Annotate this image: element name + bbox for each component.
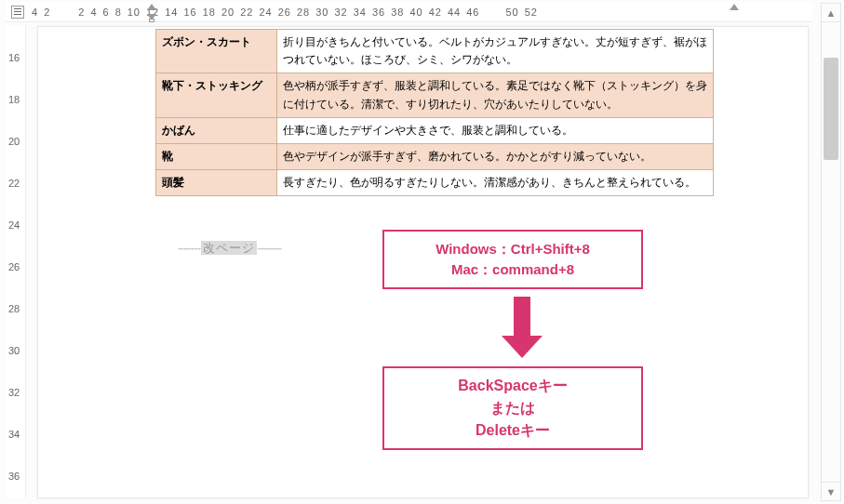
pagebreak-dots: ················ xyxy=(257,241,281,255)
vertical-ruler[interactable]: 16 18 20 22 24 26 28 30 32 34 36 xyxy=(6,26,26,498)
ruler-tick: 24 xyxy=(260,7,273,18)
ruler-tick: 46 xyxy=(466,7,479,18)
callout-line: Deleteキー xyxy=(476,419,550,442)
ruler-tick: 2 xyxy=(78,7,85,18)
horizontal-ruler[interactable]: 4 2 2 4 6 8 10 12 14 16 18 20 22 24 26 2… xyxy=(6,2,812,22)
table-row[interactable]: ズボン・スカート 折り目がきちんと付いている。ベルトがカジュアルすぎない。丈が短… xyxy=(156,30,714,73)
table-row[interactable]: 靴下・ストッキング 色や柄が派手すぎず、服装と調和している。素足ではなく靴下（ス… xyxy=(156,73,714,117)
ruler-tick: 22 xyxy=(8,178,20,189)
row-content[interactable]: 折り目がきちんと付いている。ベルトがカジュアルすぎない。丈が短すぎず、裾がほつれ… xyxy=(277,30,714,73)
table-row[interactable]: かばん 仕事に適したデザインや大きさで、服装と調和している。 xyxy=(156,117,714,143)
ruler-tick: 18 xyxy=(8,94,20,105)
ruler-tick: 30 xyxy=(315,7,328,18)
table-row[interactable]: 靴 色やデザインが派手すぎず、磨かれている。かかとがすり減っていない。 xyxy=(156,143,714,169)
dress-code-table[interactable]: ズボン・スカート 折り目がきちんと付いている。ベルトがカジュアルすぎない。丈が短… xyxy=(155,29,714,196)
indent-right-marker[interactable] xyxy=(730,4,739,10)
pagebreak-label[interactable]: 改ページ xyxy=(201,241,257,255)
ruler-tick: 26 xyxy=(8,261,20,272)
ruler-tick: 32 xyxy=(335,7,348,18)
scroll-down-button[interactable]: ▼ xyxy=(822,482,840,500)
arrow-down-icon xyxy=(502,297,543,358)
ruler-tick: 30 xyxy=(8,345,20,356)
indent-left-marker[interactable] xyxy=(149,19,154,22)
ruler-tick: 52 xyxy=(525,7,538,18)
scroll-thumb[interactable] xyxy=(824,58,838,160)
pagebreak-dots: ················ xyxy=(177,241,201,255)
ruler-tick: 24 xyxy=(8,219,20,231)
ruler-tick: 4 xyxy=(32,7,38,18)
row-header[interactable]: かばん xyxy=(156,117,277,143)
row-content[interactable]: 仕事に適したデザインや大きさで、服装と調和している。 xyxy=(277,117,714,143)
ruler-tick: 26 xyxy=(278,7,291,18)
vertical-scrollbar[interactable]: ▲ ▼ xyxy=(821,3,841,501)
ruler-tick: 2 xyxy=(44,7,50,18)
row-header[interactable]: 頭髪 xyxy=(156,170,277,196)
ruler-tick: 40 xyxy=(410,7,423,18)
row-content[interactable]: 色やデザインが派手すぎず、磨かれている。かかとがすり減っていない。 xyxy=(277,143,714,169)
ruler-tick: 20 xyxy=(8,136,20,147)
callout-delete-keys: BackSpaceキー または Deleteキー xyxy=(382,366,643,450)
callout-shortcut-show-marks: Windows：Ctrl+Shift+8 Mac：command+8 xyxy=(382,230,643,289)
ruler-tick: 32 xyxy=(8,387,20,398)
ruler-tick: 34 xyxy=(8,429,20,440)
document-page[interactable]: ズボン・スカート 折り目がきちんと付いている。ベルトがカジュアルすぎない。丈が短… xyxy=(37,26,809,498)
ruler-tick: 28 xyxy=(297,7,310,18)
ruler-tick: 42 xyxy=(429,7,442,18)
scroll-up-button[interactable]: ▲ xyxy=(822,4,840,22)
callout-line: Mac：command+8 xyxy=(451,259,574,281)
ruler-tick: 14 xyxy=(165,7,178,18)
ruler-tick: 50 xyxy=(506,7,519,18)
indent-first-line-marker[interactable] xyxy=(147,4,156,10)
callout-line: Windows：Ctrl+Shift+8 xyxy=(435,239,590,260)
tab-align-icon[interactable] xyxy=(11,6,24,19)
table-row[interactable]: 頭髪 長すぎたり、色が明るすぎたりしない。清潔感があり、きちんと整えられている。 xyxy=(156,170,714,196)
row-content[interactable]: 長すぎたり、色が明るすぎたりしない。清潔感があり、きちんと整えられている。 xyxy=(277,170,714,196)
page-break-marker[interactable]: ················改ページ················ xyxy=(141,240,317,257)
ruler-tick: 28 xyxy=(8,303,20,314)
ruler-tick: 18 xyxy=(203,7,216,18)
ruler-tick: 6 xyxy=(103,7,110,18)
ruler-tick: 38 xyxy=(391,7,404,18)
ruler-tick: 22 xyxy=(240,7,253,18)
row-header[interactable]: ズボン・スカート xyxy=(156,30,277,73)
ruler-tick: 4 xyxy=(90,7,97,18)
ruler-tick: 36 xyxy=(8,471,20,482)
ruler-tick: 16 xyxy=(8,52,20,63)
ruler-tick: 10 xyxy=(127,7,141,18)
callout-line: または xyxy=(490,397,535,419)
ruler-tick: 8 xyxy=(115,7,122,18)
row-content[interactable]: 色や柄が派手すぎず、服装と調和している。素足ではなく靴下（ストッキング）を身に付… xyxy=(277,73,714,117)
row-header[interactable]: 靴 xyxy=(156,143,277,169)
callout-line: BackSpaceキー xyxy=(458,375,567,397)
row-header[interactable]: 靴下・ストッキング xyxy=(156,73,277,117)
ruler-tick: 16 xyxy=(184,7,197,18)
ruler-tick: 34 xyxy=(354,7,367,18)
ruler-tick: 36 xyxy=(372,7,385,18)
ruler-tick: 44 xyxy=(448,7,461,18)
ruler-tick: 20 xyxy=(221,7,234,18)
